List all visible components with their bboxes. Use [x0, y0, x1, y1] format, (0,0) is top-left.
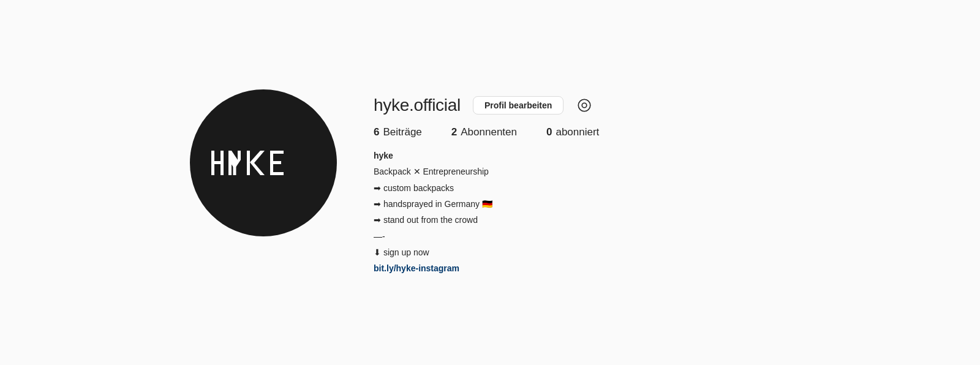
- edit-profile-button[interactable]: Profil bearbeiten: [473, 96, 564, 115]
- following-stat[interactable]: 0 abonniert: [546, 126, 599, 138]
- svg-point-13: [582, 103, 587, 108]
- svg-rect-9: [270, 151, 284, 154]
- svg-rect-10: [270, 161, 281, 164]
- posts-label: Beiträge: [383, 126, 421, 138]
- bio-divider: —-: [374, 230, 599, 243]
- profile-page: // Will re-render avatar using inline SV…: [153, 65, 827, 300]
- bio-name: hyke: [374, 149, 599, 162]
- followers-count: 2: [451, 126, 457, 138]
- bio-cta: ⬇ sign up now: [374, 246, 599, 259]
- svg-rect-11: [270, 172, 284, 175]
- svg-rect-6: [247, 151, 250, 175]
- svg-rect-2: [221, 151, 224, 175]
- svg-point-12: [579, 99, 591, 111]
- bio-line-1: Backpack ✕ Entrepreneurship: [374, 165, 599, 178]
- following-count: 0: [546, 126, 552, 138]
- avatar: [190, 89, 337, 236]
- profile-info: hyke.official Profil bearbeiten 6 Beiträ…: [374, 89, 599, 276]
- bio-line-3: ➡ handsprayed in Germany 🇩🇪: [374, 197, 599, 211]
- bio-section: hyke Backpack ✕ Entrepreneurship ➡ custo…: [374, 149, 599, 276]
- bio-link[interactable]: bit.ly/hyke-instagram: [374, 262, 599, 275]
- svg-rect-5: [233, 165, 236, 175]
- stats-row: 6 Beiträge 2 Abonnenten 0 abonniert: [374, 126, 599, 138]
- following-label: abonniert: [556, 126, 599, 138]
- username: hyke.official: [374, 96, 461, 115]
- settings-icon[interactable]: [576, 97, 593, 114]
- bio-line-4: ➡ stand out from the crowd: [374, 213, 599, 227]
- followers-label: Abonnenten: [461, 126, 517, 138]
- username-row: hyke.official Profil bearbeiten: [374, 96, 599, 115]
- followers-stat[interactable]: 2 Abonnenten: [451, 126, 517, 138]
- posts-count: 6: [374, 126, 379, 138]
- avatar-section: [190, 89, 337, 236]
- posts-stat[interactable]: 6 Beiträge: [374, 126, 422, 138]
- svg-marker-7: [250, 151, 265, 175]
- bio-line-2: ➡ custom backpacks: [374, 181, 599, 195]
